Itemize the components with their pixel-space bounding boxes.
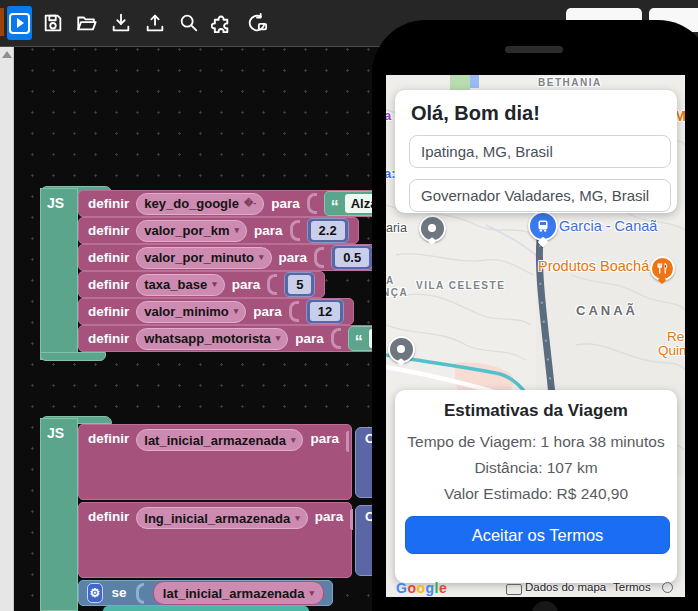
download-button[interactable] [107, 6, 134, 40]
value-socket [289, 301, 299, 322]
definir-keyword: definir [88, 302, 129, 322]
definir-keyword: definir [88, 429, 129, 449]
extensions-button[interactable] [209, 6, 236, 40]
if-block[interactable]: ⚙ se lat_inicial_armazenada▾ [78, 580, 333, 606]
map-attribution-icon[interactable] [662, 582, 673, 593]
variable-dropdown[interactable]: taxa_base▾ [136, 274, 224, 296]
set-variable-block[interactable]: definir taxa_base▾ para 5 [78, 271, 325, 298]
set-variable-block[interactable]: definir valor_por_km▾ para 2.2 [78, 217, 359, 244]
se-keyword: se [112, 583, 127, 603]
value-socket [350, 509, 353, 530]
restaurant-marker[interactable] [650, 256, 675, 281]
value-socket [307, 193, 317, 214]
para-keyword: para [253, 302, 282, 322]
set-variable-block[interactable]: definir valor_por_minuto▾ para 0.5 [78, 244, 383, 271]
set-variable-block[interactable]: definir lng_inicial_armazenada▾ para C [78, 502, 352, 578]
run-button[interactable] [7, 6, 32, 40]
map-road-label: aria [386, 221, 407, 235]
definir-keyword: definir [88, 275, 129, 295]
variable-dropdown[interactable]: valor_minimo▾ [136, 301, 246, 323]
poi-label: Quinta [658, 343, 685, 358]
map-pin-gray[interactable] [419, 215, 446, 242]
variable-dropdown[interactable]: valor_por_km▾ [136, 220, 247, 242]
js-block-body[interactable] [40, 188, 78, 360]
map-area-label: NÇA [386, 287, 408, 298]
phone-home-indicator [532, 601, 558, 611]
set-variable-block[interactable]: definir valor_minimo▾ para 12 [78, 298, 354, 325]
number-field[interactable]: 0.5 [335, 248, 369, 267]
number-block[interactable]: 0.5 [331, 245, 373, 270]
number-block[interactable]: 2.2 [307, 218, 349, 243]
variable-dropdown[interactable]: lng_inicial_armazenada▾ [136, 507, 307, 529]
value-socket [346, 431, 349, 452]
chevron-down-icon: ▾ [309, 589, 314, 598]
value-socket [314, 247, 324, 268]
download-icon [110, 12, 132, 34]
destination-input[interactable] [409, 179, 671, 212]
number-block[interactable]: 5 [284, 272, 315, 297]
chevron-down-icon: ▾ [235, 226, 240, 235]
variable-dropdown[interactable]: key_do_google�- [136, 193, 264, 215]
chevron-down-icon: ▾ [295, 514, 300, 523]
set-variable-block[interactable]: definir lat_inicial_armazenada▾ para C [78, 424, 352, 500]
chevron-down-icon: ▾ [234, 307, 239, 316]
sync-blocks-icon [245, 12, 269, 34]
map-attribution: Google Dados do mapa Termos [386, 580, 685, 597]
variable-dropdown[interactable]: lat_inicial_armazenada▾ [136, 429, 303, 451]
chevron-down-icon: ▾ [291, 436, 296, 445]
save-button[interactable] [39, 6, 66, 40]
trip-time-text: Tempo de Viagem: 1 hora 38 minutos [405, 429, 667, 455]
greeting-title: Olá, Bom dia! [411, 102, 663, 125]
transit-station-marker[interactable] [528, 211, 558, 241]
number-field[interactable]: 5 [288, 275, 311, 294]
transit-station-label[interactable]: Garcia - Canaã [559, 218, 657, 234]
value-socket [267, 274, 277, 295]
variable-dropdown[interactable]: whatsapp_motorista▾ [136, 328, 288, 350]
poi-label: Re [667, 329, 684, 344]
play-icon [9, 13, 30, 34]
definir-keyword: definir [88, 507, 129, 527]
variable-dropdown[interactable]: valor_por_minuto▾ [136, 247, 271, 269]
bus-icon [536, 219, 550, 233]
variable-getter-block[interactable]: lat_inicial_armazenada▾ [153, 581, 324, 605]
map-partial-label: a [386, 108, 391, 123]
trip-value-text: Valor Estimado: R$ 240,90 [405, 481, 667, 507]
js-block-foot[interactable] [40, 352, 106, 361]
para-keyword: para [279, 248, 308, 268]
open-project-button[interactable] [73, 6, 100, 40]
scroll-up-icon[interactable] [2, 51, 12, 58]
upload-button[interactable] [141, 6, 168, 40]
chevron-down-icon: ▾ [212, 280, 217, 289]
number-field[interactable]: 2.2 [311, 221, 345, 240]
puzzle-icon [211, 12, 234, 35]
number-block[interactable]: 12 [306, 299, 344, 324]
js-block-label: JS [47, 425, 64, 441]
terms-link[interactable]: Termos [613, 581, 651, 593]
statement-block-edge[interactable] [103, 606, 309, 611]
poi-label[interactable]: Produtos Boachá [538, 258, 649, 274]
chevron-down-icon: ▾ [259, 253, 264, 262]
para-keyword: para [315, 507, 344, 527]
definir-keyword: definir [88, 221, 129, 241]
greeting-card: Olá, Bom dia! [395, 90, 677, 213]
restaurant-icon [657, 263, 668, 274]
para-keyword: para [254, 221, 283, 241]
definir-keyword: definir [88, 194, 129, 214]
map-pin-gray[interactable] [388, 336, 415, 363]
keyboard-icon[interactable] [506, 584, 522, 595]
estimates-card: Estimativas da Viagem Tempo de Viagem: 1… [395, 390, 677, 583]
left-accent-strip [0, 8, 4, 36]
search-icon [178, 12, 200, 34]
map-area-label: CANAÃ [576, 303, 638, 318]
number-field[interactable]: 12 [310, 302, 340, 321]
sync-blocks-button[interactable] [243, 6, 270, 40]
app-root: JS definir key_do_google�- para “AlzaS d… [0, 0, 698, 611]
gear-icon[interactable]: ⚙ [87, 583, 103, 603]
search-button[interactable] [175, 6, 202, 40]
vertical-scrollbar[interactable] [0, 47, 14, 611]
accept-terms-button[interactable]: Aceitar os Termos [405, 516, 670, 554]
origin-input[interactable] [409, 135, 671, 168]
map-data-link[interactable]: Dados do mapa [525, 581, 606, 593]
js-block-body[interactable] [40, 418, 78, 611]
estimates-title: Estimativas da Viagem [405, 401, 667, 421]
